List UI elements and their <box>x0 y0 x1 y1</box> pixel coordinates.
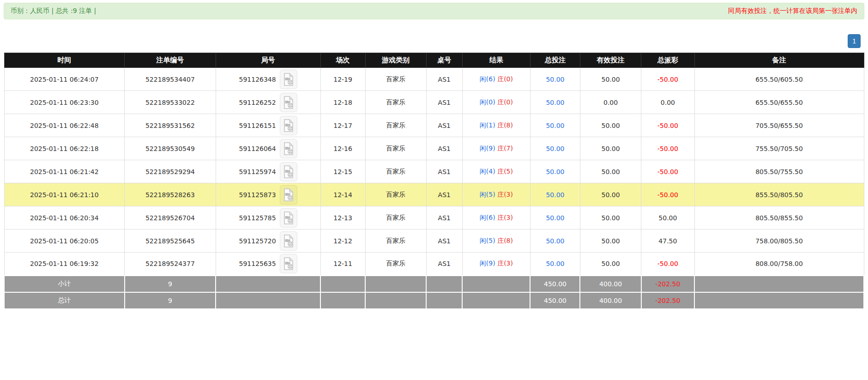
table-row: 2025-01-11 06:22:18522189530549591126064… <box>4 137 864 160</box>
video-replay-button[interactable] <box>280 139 297 158</box>
round-number: 591125873 <box>239 191 276 199</box>
currency-summary-text: 币别：人民币 | 总共 :9 注单 | <box>11 7 96 15</box>
result-player: 闲(9) <box>480 259 495 267</box>
footer-count: 9 <box>125 292 216 309</box>
cell-game-type: 百家乐 <box>365 137 426 160</box>
cell-time: 2025-01-11 06:20:34 <box>4 206 125 229</box>
cell-payout: 50.00 <box>641 206 694 229</box>
cell-table-no: AS1 <box>426 114 462 137</box>
result-player: 闲(6) <box>480 75 495 83</box>
cell-valid-bet: 50.00 <box>580 114 641 137</box>
column-header-9: 总派彩 <box>641 53 694 68</box>
round-wrap: 591125635 <box>239 254 297 273</box>
video-file-icon <box>283 188 294 201</box>
cell-session: 12-16 <box>320 137 365 160</box>
result-banker: 庄(5) <box>497 168 513 175</box>
cell-game-type: 百家乐 <box>365 229 426 253</box>
cell-session: 12-18 <box>320 91 365 114</box>
cell-total-bet: 50.00 <box>530 137 580 160</box>
table-row: 2025-01-11 06:24:07522189534407591126348… <box>4 68 864 91</box>
column-header-0: 时间 <box>4 53 125 68</box>
cell-result: 闲(6) 庄(3) <box>462 206 530 229</box>
video-file-icon <box>283 119 294 132</box>
video-replay-button[interactable] <box>280 70 297 89</box>
footer-empty <box>462 292 530 309</box>
cell-bet-id: 522189531562 <box>125 114 216 137</box>
cell-round: 591125635 <box>216 253 320 276</box>
video-replay-button[interactable] <box>280 208 297 228</box>
video-file-icon <box>283 73 294 86</box>
video-file-icon <box>283 142 294 155</box>
cell-bet-id: 522189534407 <box>125 68 216 91</box>
cell-time: 2025-01-11 06:22:18 <box>4 137 125 160</box>
cell-result: 闲(5) 庄(8) <box>462 229 530 253</box>
video-replay-button[interactable] <box>280 162 297 181</box>
cell-payout: -50.00 <box>641 253 694 276</box>
cell-total-bet: 50.00 <box>530 253 580 276</box>
video-replay-button[interactable] <box>280 231 297 251</box>
cell-payout: -50.00 <box>641 68 694 91</box>
table-header-row: 时间注单编号局号场次游戏类别桌号结果总投注有效投注总派彩备注 <box>4 53 864 68</box>
cell-session: 12-11 <box>320 253 365 276</box>
pagination: 1 <box>4 34 861 48</box>
round-wrap: 591125974 <box>239 162 297 181</box>
cell-round: 591125720 <box>216 229 320 253</box>
cell-result: 闲(9) 庄(7) <box>462 137 530 160</box>
footer-empty <box>426 292 462 309</box>
video-replay-button[interactable] <box>280 185 297 205</box>
column-header-2: 局号 <box>216 53 320 68</box>
video-replay-button[interactable] <box>280 93 297 112</box>
cell-round: 591126252 <box>216 91 320 114</box>
table-row: 2025-01-11 06:20:05522189525645591125720… <box>4 229 864 253</box>
cell-remark: 758.00/805.50 <box>694 229 864 253</box>
result-banker: 庄(3) <box>497 259 513 267</box>
result-banker: 庄(3) <box>497 191 513 198</box>
cell-session: 12-13 <box>320 206 365 229</box>
footer-label: 小计 <box>4 276 125 292</box>
cell-valid-bet: 50.00 <box>580 160 641 183</box>
cell-remark: 705.50/655.50 <box>694 114 864 137</box>
page-1-button[interactable]: 1 <box>848 34 861 48</box>
footer-empty <box>320 292 365 309</box>
cell-table-no: AS1 <box>426 68 462 91</box>
video-replay-button[interactable] <box>280 116 297 135</box>
table-row: 2025-01-11 06:21:42522189529294591125974… <box>4 160 864 183</box>
column-header-6: 结果 <box>462 53 530 68</box>
footer-empty <box>365 276 426 292</box>
total-row: 总计9450.00400.00-202.50 <box>4 292 864 309</box>
cell-remark: 655.50/655.50 <box>694 91 864 114</box>
cell-bet-id: 522189524377 <box>125 253 216 276</box>
cell-valid-bet: 50.00 <box>580 206 641 229</box>
video-file-icon <box>283 235 294 247</box>
cell-bet-id: 522189526704 <box>125 206 216 229</box>
cell-time: 2025-01-11 06:19:32 <box>4 253 125 276</box>
table-row: 2025-01-11 06:22:48522189531562591126151… <box>4 114 864 137</box>
valid-bet-notice-text: 同局有效投注，统一计算在该局第一张注单内 <box>728 7 857 15</box>
table-footer: 小计9450.00400.00-202.50总计9450.00400.00-20… <box>4 276 864 309</box>
cell-valid-bet: 50.00 <box>580 68 641 91</box>
result-player: 闲(4) <box>480 168 495 175</box>
cell-round: 591125974 <box>216 160 320 183</box>
cell-remark: 808.00/758.00 <box>694 253 864 276</box>
summary-bar: 币别：人民币 | 总共 :9 注单 | 同局有效投注，统一计算在该局第一张注单内 <box>4 3 864 19</box>
cell-valid-bet: 50.00 <box>580 137 641 160</box>
cell-session: 12-12 <box>320 229 365 253</box>
result-player: 闲(1) <box>480 121 495 129</box>
video-replay-button[interactable] <box>280 254 297 273</box>
video-file-icon <box>283 165 294 178</box>
cell-total-bet: 50.00 <box>530 68 580 91</box>
cell-remark: 805.50/755.50 <box>694 160 864 183</box>
cell-remark: 805.50/855.50 <box>694 206 864 229</box>
table-row: 2025-01-11 06:20:34522189526704591125785… <box>4 206 864 229</box>
result-banker: 庄(8) <box>497 237 513 244</box>
round-number: 591126252 <box>239 99 276 106</box>
footer-empty <box>320 276 365 292</box>
cell-total-bet: 50.00 <box>530 206 580 229</box>
footer-payout: -202.50 <box>641 276 694 292</box>
cell-game-type: 百家乐 <box>365 114 426 137</box>
result-banker: 庄(8) <box>497 121 513 129</box>
cell-session: 12-19 <box>320 68 365 91</box>
table-row: 2025-01-11 06:19:32522189524377591125635… <box>4 253 864 276</box>
cell-bet-id: 522189533022 <box>125 91 216 114</box>
cell-result: 闲(1) 庄(8) <box>462 114 530 137</box>
